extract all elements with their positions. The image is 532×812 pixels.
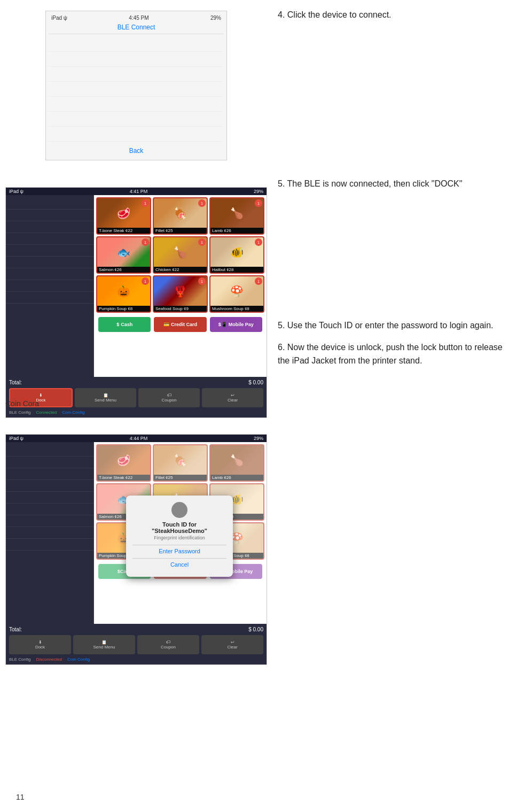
step6-text: 6. Now the device is unlock, push the lo… — [278, 341, 516, 368]
step5-touchid-text: 5. Use the Touch ID or enter the passwor… — [278, 319, 516, 332]
mobile-label: Mobile Pay — [229, 322, 254, 327]
clear-button[interactable]: ↩ Clear — [202, 388, 263, 407]
menu-item-chicken-label: Chicken ¢22 — [154, 267, 207, 273]
dock-label-2: Dock — [35, 645, 45, 649]
menu-item-lamb-2: 🍗 Lamb ¢26 — [209, 444, 264, 482]
menu-item-chicken[interactable]: 🍗 1 Chicken ¢22 — [153, 236, 208, 274]
step4-text: 4. Click the device to connect. — [278, 8, 516, 22]
ble-status-time: 4:45 PM — [129, 15, 148, 21]
clear-icon: ↩ — [231, 393, 234, 398]
pos-sidebar-item-2 — [6, 480, 93, 492]
ble-list-item[interactable] — [49, 37, 224, 52]
pos-sidebar-item — [6, 245, 93, 257]
menu-item-lamb-label: Lamb ¢26 — [210, 228, 263, 234]
total-label-2: Total: — [9, 627, 22, 632]
menu-img-fillet-2: 🍖 — [154, 445, 207, 475]
menu-item-seafood-label: Seafood Soup ¢9 — [154, 306, 207, 312]
ble-list-item[interactable] — [49, 82, 224, 97]
menu-item-pumpkin[interactable]: 🎃 1 Pumpkin Soup ¢8 — [96, 275, 151, 313]
cash-icon: $ — [116, 322, 119, 327]
ble-top-bar: iPad ψ 4:45 PM 29% — [49, 14, 224, 22]
menu-item-mushroom[interactable]: 🍄 1 Mushroom Soup ¢8 — [209, 275, 264, 313]
step5-ble-block: 5. The BLE is now connected, then click … — [278, 177, 516, 196]
send-menu-label-2: Send Menu — [93, 645, 115, 649]
pos-sidebar-item-2 — [6, 515, 93, 527]
coupon-button[interactable]: 🏷 Coupon — [138, 388, 200, 407]
pos-sidebar-item-2 — [6, 468, 93, 480]
pos-top-bar-2: iPad ψ 4:44 PM 29% — [6, 435, 267, 442]
clear-label: Clear — [228, 398, 238, 403]
pos-total-row-2: Total: $ 0.00 — [9, 625, 263, 633]
pos-sidebar-item-2 — [6, 539, 93, 551]
menu-item-tbone[interactable]: 🥩 1 T-bone Steak ¢22 — [96, 197, 151, 235]
svg-point-0 — [174, 505, 185, 515]
pos-sidebar-2 — [6, 442, 94, 624]
send-menu-button-2[interactable]: 📋 Send Menu — [73, 635, 135, 654]
disconnected-status: Disconnected — [36, 657, 61, 662]
pos-total-row: Total: $ 0.00 — [9, 378, 263, 386]
menu-item-fillet-badge: 1 — [198, 199, 206, 207]
pos-screenshot-connected: iPad ψ 4:41 PM 29% — [5, 187, 267, 418]
coupon-label: Coupon — [161, 398, 176, 403]
coupon-button-2[interactable]: 🏷 Coupon — [137, 635, 199, 654]
pos-action-bar-2: ⬇ Dock 📋 Send Menu 🏷 Coupon ↩ Clear — [9, 633, 263, 656]
cancel-button[interactable]: Cancel — [132, 558, 226, 570]
pos1-status-right: 29% — [254, 189, 263, 194]
clear-icon-2: ↩ — [231, 640, 234, 645]
ble-status-right: 29% — [210, 15, 221, 21]
page-number: 11 — [16, 793, 25, 801]
dock-icon-2: ⬇ — [38, 640, 42, 645]
com-config-label-2[interactable]: Com Config — [67, 657, 90, 662]
pos-sidebar-item-2 — [6, 492, 93, 504]
pos-sidebar-item-2 — [6, 457, 93, 468]
menu-item-seafood[interactable]: 🦞 1 Seafood Soup ¢9 — [153, 275, 208, 313]
pos-screenshot-disconnected: iPad ψ 4:44 PM 29% — [5, 434, 267, 665]
total-value: $ 0.00 — [248, 380, 263, 385]
pos-sidebar-item — [6, 280, 93, 292]
pos-top-bar-1: iPad ψ 4:41 PM 29% — [6, 188, 267, 195]
menu-item-pumpkin-label: Pumpkin Soup ¢8 — [97, 306, 150, 312]
coupon-icon: 🏷 — [167, 393, 171, 398]
pos-sidebar-item — [6, 268, 93, 280]
coupon-icon-2: 🏷 — [166, 640, 170, 645]
enter-password-button[interactable]: Enter Password — [132, 545, 226, 557]
ble-back-button[interactable]: Back — [49, 144, 224, 157]
clear-button-2[interactable]: ↩ Clear — [201, 635, 263, 654]
ble-list-item[interactable] — [49, 97, 224, 112]
pos-menu-area-2: 🥩 T-bone Steak ¢22 🍖 Fillet ¢25 🍗 Lamb ¢… — [94, 442, 267, 624]
menu-item-halibut-badge: 1 — [255, 238, 262, 246]
pos-sidebar-item-2 — [6, 445, 93, 457]
ble-config-label-2[interactable]: BLE Config — [9, 657, 30, 662]
ble-list-item[interactable] — [49, 67, 224, 82]
menu-item-halibut[interactable]: 🐠 1 Halibut ¢28 — [209, 236, 264, 274]
cash-button[interactable]: $ Cash — [98, 317, 151, 332]
ble-list-item[interactable] — [49, 127, 224, 142]
ble-connect-screenshot: iPad ψ 4:45 PM 29% BLE Connect Back — [45, 11, 227, 160]
menu-item-fillet-2: 🍖 Fillet ¢25 — [153, 444, 208, 482]
ble-title: BLE Connect — [49, 22, 224, 34]
menu-item-fillet[interactable]: 🍖 1 Fillet ¢25 — [153, 197, 208, 235]
menu-item-lamb[interactable]: 🍗 1 Lamb ¢26 — [209, 197, 264, 235]
mobile-pay-button[interactable]: $📱 Mobile Pay — [210, 317, 262, 332]
menu-img-tbone-2: 🥩 — [97, 445, 150, 475]
mobile-icon: $📱 — [218, 322, 227, 327]
ble-status-left: iPad ψ — [51, 15, 67, 21]
menu-item-salmon[interactable]: 🐟 1 Salmon ¢26 — [96, 236, 151, 274]
pos-footer-2: Total: $ 0.00 ⬇ Dock 📋 Send Menu 🏷 Coupo… — [6, 624, 267, 664]
total-label: Total: — [9, 380, 22, 385]
pos-sidebar-item-2 — [6, 527, 93, 539]
step5-ble-text: 5. The BLE is now connected, then click … — [278, 177, 516, 191]
pos-sidebar-item — [6, 198, 93, 210]
pos-sidebar — [6, 195, 94, 377]
credit-card-button[interactable]: 💳 Credit Card — [154, 317, 206, 332]
menu-label-tbone-2: T-bone Steak ¢22 — [97, 475, 150, 481]
dock-button-2[interactable]: ⬇ Dock — [9, 635, 71, 654]
touch-id-fingerprint-icon — [171, 502, 187, 518]
menu-item-seafood-badge: 1 — [198, 277, 206, 285]
ble-list-item[interactable] — [49, 112, 224, 127]
menu-item-tbone-2: 🥩 T-bone Steak ¢22 — [96, 444, 151, 482]
step56-block: 5. Use the Touch ID or enter the passwor… — [278, 319, 516, 373]
pos2-status-left: iPad ψ — [9, 436, 24, 441]
ble-list-item[interactable] — [49, 52, 224, 67]
pos-main-area-2: 🥩 T-bone Steak ¢22 🍖 Fillet ¢25 🍗 Lamb ¢… — [6, 442, 267, 624]
